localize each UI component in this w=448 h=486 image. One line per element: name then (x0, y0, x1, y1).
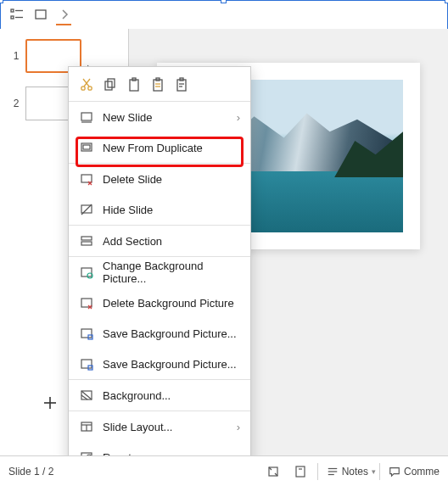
svg-rect-34 (81, 268, 92, 277)
menu-save-bg-picture-2[interactable]: Save Background Picture... (69, 349, 250, 379)
notes-button[interactable]: Notes ▾ (327, 466, 376, 478)
svg-point-7 (81, 87, 85, 90)
layout-icon (79, 419, 94, 434)
menu-delete-slide[interactable]: Delete Slide (69, 164, 250, 194)
chevron-right-icon: › (237, 421, 240, 433)
paste-icon[interactable] (125, 75, 143, 94)
svg-line-9 (84, 79, 90, 87)
menu-label: Slide Layout... (103, 421, 228, 433)
svg-rect-27 (81, 175, 92, 182)
menu-new-from-duplicate[interactable]: New From Duplicate (69, 132, 250, 163)
cut-icon[interactable] (77, 75, 96, 94)
slide-view-icon[interactable] (32, 6, 49, 23)
dropdown-icon: ▾ (372, 467, 376, 476)
change-bg-icon (79, 265, 94, 280)
add-section-icon (79, 233, 94, 249)
svg-rect-51 (296, 466, 305, 477)
slide-number: 1 (7, 50, 25, 62)
hide-slide-icon (79, 202, 94, 217)
copy-icon[interactable] (101, 75, 120, 94)
paste-special-icon[interactable] (148, 75, 167, 94)
svg-rect-1 (11, 16, 14, 19)
svg-line-44 (81, 391, 92, 399)
notes-label: Notes (342, 466, 368, 478)
save-bg-icon (79, 356, 94, 371)
duplicate-icon (79, 140, 94, 155)
svg-rect-23 (81, 113, 92, 120)
menu-change-bg-picture[interactable]: Change Background Picture... (69, 257, 250, 288)
menu-label: Hide Slide (103, 204, 240, 216)
svg-rect-39 (81, 329, 92, 338)
paste-only-icon[interactable] (172, 75, 191, 94)
fit-page-icon[interactable] (265, 463, 282, 480)
add-slide-button[interactable] (42, 395, 58, 413)
chevron-right-icon[interactable] (56, 6, 73, 23)
menu-label: Save Background Picture... (103, 327, 240, 340)
svg-rect-26 (83, 145, 90, 149)
svg-rect-15 (154, 80, 162, 91)
menu-label: Change Background Picture... (103, 260, 240, 285)
menu-label: Save Background Picture... (103, 358, 240, 371)
menu-label: Delete Slide (103, 173, 240, 186)
slide-counter: Slide 1 / 2 (8, 466, 53, 478)
comments-label: Comme (404, 466, 440, 478)
delete-slide-icon (79, 171, 94, 187)
background-icon (79, 388, 94, 403)
svg-rect-12 (108, 79, 115, 87)
text-tool-icon[interactable] (292, 463, 309, 480)
view-toolbar (0, 0, 448, 29)
svg-rect-33 (81, 242, 92, 245)
menu-delete-bg-picture[interactable]: Delete Background Picture (69, 288, 250, 318)
delete-bg-icon (79, 295, 94, 310)
new-slide-icon (79, 109, 94, 125)
outline-view-icon[interactable] (8, 6, 25, 23)
menu-label: New Slide (103, 111, 228, 124)
svg-line-10 (83, 79, 89, 87)
svg-rect-41 (81, 360, 92, 368)
svg-rect-13 (130, 80, 138, 91)
menu-label: Background... (103, 389, 240, 402)
svg-point-8 (88, 87, 92, 90)
svg-rect-0 (11, 9, 14, 12)
svg-rect-11 (105, 81, 112, 90)
chevron-right-icon: › (237, 111, 240, 124)
slide-number: 2 (7, 98, 25, 109)
context-menu: New Slide › New From Duplicate Delete Sl… (68, 66, 251, 473)
menu-new-slide[interactable]: New Slide › (69, 102, 250, 132)
svg-rect-36 (81, 299, 92, 307)
status-bar: Slide 1 / 2 Notes ▾ Comme (0, 455, 448, 486)
save-bg-icon (79, 326, 94, 341)
menu-background[interactable]: Background... (69, 380, 250, 411)
menu-label: Delete Background Picture (103, 297, 240, 310)
svg-line-45 (81, 395, 87, 399)
menu-label: New From Duplicate (103, 142, 240, 154)
menu-slide-layout[interactable]: Slide Layout... › (69, 411, 250, 442)
menu-hide-slide[interactable]: Hide Slide (69, 194, 250, 225)
comments-button[interactable]: Comme (389, 466, 440, 478)
menu-add-section[interactable]: Add Section (69, 226, 250, 256)
menu-save-bg-picture-1[interactable]: Save Background Picture... (69, 318, 250, 349)
svg-rect-4 (36, 10, 46, 19)
svg-rect-32 (81, 237, 92, 240)
menu-label: Add Section (103, 235, 240, 248)
svg-rect-19 (177, 80, 186, 91)
